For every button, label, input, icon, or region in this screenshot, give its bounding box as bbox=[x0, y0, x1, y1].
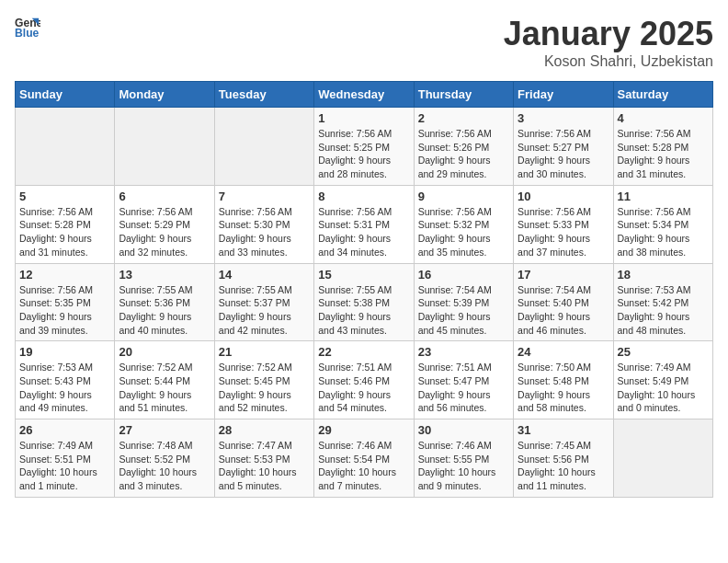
day-info: Sunrise: 7:56 AM Sunset: 5:35 PM Dayligh… bbox=[19, 283, 110, 338]
day-number: 23 bbox=[418, 345, 509, 359]
day-number: 20 bbox=[119, 345, 210, 359]
day-info: Sunrise: 7:56 AM Sunset: 5:25 PM Dayligh… bbox=[318, 127, 409, 181]
day-info: Sunrise: 7:46 AM Sunset: 5:54 PM Dayligh… bbox=[318, 439, 409, 493]
calendar-cell: 25Sunrise: 7:49 AM Sunset: 5:49 PM Dayli… bbox=[613, 341, 712, 419]
calendar-cell: 3Sunrise: 7:56 AM Sunset: 5:27 PM Daylig… bbox=[514, 108, 613, 186]
day-info: Sunrise: 7:53 AM Sunset: 5:42 PM Dayligh… bbox=[618, 283, 709, 338]
day-number: 19 bbox=[19, 345, 110, 359]
weekday-header-wednesday: Wednesday bbox=[314, 82, 414, 108]
calendar-cell: 20Sunrise: 7:52 AM Sunset: 5:44 PM Dayli… bbox=[115, 341, 214, 419]
day-number: 29 bbox=[318, 423, 409, 437]
day-info: Sunrise: 7:51 AM Sunset: 5:47 PM Dayligh… bbox=[418, 361, 509, 415]
calendar-cell: 4Sunrise: 7:56 AM Sunset: 5:28 PM Daylig… bbox=[613, 108, 712, 186]
day-number: 24 bbox=[518, 345, 609, 359]
weekday-header-friday: Friday bbox=[514, 82, 613, 108]
calendar-cell bbox=[613, 419, 712, 498]
day-number: 26 bbox=[19, 423, 110, 437]
calendar-table: SundayMondayTuesdayWednesdayThursdayFrid… bbox=[15, 81, 713, 498]
day-info: Sunrise: 7:48 AM Sunset: 5:52 PM Dayligh… bbox=[119, 439, 210, 493]
day-info: Sunrise: 7:56 AM Sunset: 5:27 PM Dayligh… bbox=[518, 127, 609, 181]
day-info: Sunrise: 7:56 AM Sunset: 5:29 PM Dayligh… bbox=[119, 205, 210, 259]
calendar-cell: 11Sunrise: 7:56 AM Sunset: 5:34 PM Dayli… bbox=[613, 185, 712, 263]
weekday-header-thursday: Thursday bbox=[414, 82, 513, 108]
calendar-cell: 30Sunrise: 7:46 AM Sunset: 5:55 PM Dayli… bbox=[414, 419, 513, 498]
day-info: Sunrise: 7:51 AM Sunset: 5:46 PM Dayligh… bbox=[318, 361, 409, 415]
weekday-header-saturday: Saturday bbox=[613, 82, 712, 108]
day-number: 8 bbox=[318, 190, 409, 203]
day-number: 22 bbox=[318, 345, 409, 359]
week-row-1: 1Sunrise: 7:56 AM Sunset: 5:25 PM Daylig… bbox=[16, 108, 713, 186]
day-number: 7 bbox=[219, 190, 310, 203]
calendar-cell: 10Sunrise: 7:56 AM Sunset: 5:33 PM Dayli… bbox=[514, 185, 613, 263]
logo-icon: General Blue bbox=[15, 15, 40, 40]
calendar-cell: 9Sunrise: 7:56 AM Sunset: 5:32 PM Daylig… bbox=[414, 185, 513, 263]
day-number: 2 bbox=[418, 111, 509, 125]
calendar-cell: 12Sunrise: 7:56 AM Sunset: 5:35 PM Dayli… bbox=[16, 263, 115, 341]
day-info: Sunrise: 7:54 AM Sunset: 5:40 PM Dayligh… bbox=[518, 283, 609, 338]
day-number: 31 bbox=[518, 423, 609, 437]
week-row-3: 12Sunrise: 7:56 AM Sunset: 5:35 PM Dayli… bbox=[16, 263, 713, 341]
day-number: 3 bbox=[518, 111, 609, 125]
day-number: 21 bbox=[219, 345, 310, 359]
weekday-header-tuesday: Tuesday bbox=[214, 82, 313, 108]
week-row-5: 26Sunrise: 7:49 AM Sunset: 5:51 PM Dayli… bbox=[16, 419, 713, 498]
day-info: Sunrise: 7:52 AM Sunset: 5:44 PM Dayligh… bbox=[119, 361, 210, 415]
day-info: Sunrise: 7:49 AM Sunset: 5:51 PM Dayligh… bbox=[19, 439, 110, 493]
day-number: 27 bbox=[119, 423, 210, 437]
day-info: Sunrise: 7:55 AM Sunset: 5:38 PM Dayligh… bbox=[318, 283, 409, 338]
day-info: Sunrise: 7:56 AM Sunset: 5:30 PM Dayligh… bbox=[219, 205, 310, 259]
day-info: Sunrise: 7:56 AM Sunset: 5:28 PM Dayligh… bbox=[19, 205, 110, 259]
day-info: Sunrise: 7:50 AM Sunset: 5:48 PM Dayligh… bbox=[518, 361, 609, 415]
day-number: 12 bbox=[19, 268, 110, 282]
calendar-cell: 14Sunrise: 7:55 AM Sunset: 5:37 PM Dayli… bbox=[214, 263, 313, 341]
day-number: 1 bbox=[318, 111, 409, 125]
day-number: 14 bbox=[219, 268, 310, 282]
calendar-cell: 21Sunrise: 7:52 AM Sunset: 5:45 PM Dayli… bbox=[214, 341, 313, 419]
day-info: Sunrise: 7:56 AM Sunset: 5:26 PM Dayligh… bbox=[418, 127, 509, 181]
calendar-cell: 17Sunrise: 7:54 AM Sunset: 5:40 PM Dayli… bbox=[514, 263, 613, 341]
calendar-cell: 15Sunrise: 7:55 AM Sunset: 5:38 PM Dayli… bbox=[314, 263, 414, 341]
calendar-cell: 24Sunrise: 7:50 AM Sunset: 5:48 PM Dayli… bbox=[514, 341, 613, 419]
calendar-cell: 2Sunrise: 7:56 AM Sunset: 5:26 PM Daylig… bbox=[414, 108, 513, 186]
day-number: 5 bbox=[19, 190, 110, 203]
calendar-cell: 7Sunrise: 7:56 AM Sunset: 5:30 PM Daylig… bbox=[214, 185, 313, 263]
calendar-title: January 2025 bbox=[504, 15, 713, 53]
week-row-4: 19Sunrise: 7:53 AM Sunset: 5:43 PM Dayli… bbox=[16, 341, 713, 419]
day-info: Sunrise: 7:55 AM Sunset: 5:37 PM Dayligh… bbox=[219, 283, 310, 338]
day-info: Sunrise: 7:56 AM Sunset: 5:32 PM Dayligh… bbox=[418, 205, 509, 259]
day-info: Sunrise: 7:56 AM Sunset: 5:33 PM Dayligh… bbox=[518, 205, 609, 259]
day-info: Sunrise: 7:53 AM Sunset: 5:43 PM Dayligh… bbox=[19, 361, 110, 415]
day-number: 11 bbox=[618, 190, 709, 203]
day-number: 16 bbox=[418, 268, 509, 282]
day-number: 6 bbox=[119, 190, 210, 203]
calendar-cell: 5Sunrise: 7:56 AM Sunset: 5:28 PM Daylig… bbox=[16, 185, 115, 263]
calendar-cell: 22Sunrise: 7:51 AM Sunset: 5:46 PM Dayli… bbox=[314, 341, 414, 419]
day-info: Sunrise: 7:54 AM Sunset: 5:39 PM Dayligh… bbox=[418, 283, 509, 338]
calendar-cell: 23Sunrise: 7:51 AM Sunset: 5:47 PM Dayli… bbox=[414, 341, 513, 419]
day-info: Sunrise: 7:45 AM Sunset: 5:56 PM Dayligh… bbox=[518, 439, 609, 493]
calendar-subtitle: Koson Shahri, Uzbekistan bbox=[504, 53, 713, 70]
calendar-cell: 19Sunrise: 7:53 AM Sunset: 5:43 PM Dayli… bbox=[16, 341, 115, 419]
calendar-cell: 31Sunrise: 7:45 AM Sunset: 5:56 PM Dayli… bbox=[514, 419, 613, 498]
calendar-cell: 13Sunrise: 7:55 AM Sunset: 5:36 PM Dayli… bbox=[115, 263, 214, 341]
day-number: 9 bbox=[418, 190, 509, 203]
calendar-cell: 16Sunrise: 7:54 AM Sunset: 5:39 PM Dayli… bbox=[414, 263, 513, 341]
page-header: General Blue January 2025 Koson Shahri, … bbox=[15, 15, 713, 70]
day-info: Sunrise: 7:52 AM Sunset: 5:45 PM Dayligh… bbox=[219, 361, 310, 415]
day-number: 4 bbox=[618, 111, 709, 125]
weekday-header-row: SundayMondayTuesdayWednesdayThursdayFrid… bbox=[16, 82, 713, 108]
calendar-cell bbox=[214, 108, 313, 186]
day-info: Sunrise: 7:56 AM Sunset: 5:28 PM Dayligh… bbox=[618, 127, 709, 181]
week-row-2: 5Sunrise: 7:56 AM Sunset: 5:28 PM Daylig… bbox=[16, 185, 713, 263]
calendar-cell bbox=[115, 108, 214, 186]
day-info: Sunrise: 7:49 AM Sunset: 5:49 PM Dayligh… bbox=[618, 361, 709, 415]
day-info: Sunrise: 7:56 AM Sunset: 5:31 PM Dayligh… bbox=[318, 205, 409, 259]
calendar-cell: 18Sunrise: 7:53 AM Sunset: 5:42 PM Dayli… bbox=[613, 263, 712, 341]
calendar-cell: 6Sunrise: 7:56 AM Sunset: 5:29 PM Daylig… bbox=[115, 185, 214, 263]
weekday-header-monday: Monday bbox=[115, 82, 214, 108]
day-number: 10 bbox=[518, 190, 609, 203]
calendar-cell: 28Sunrise: 7:47 AM Sunset: 5:53 PM Dayli… bbox=[214, 419, 313, 498]
calendar-cell: 8Sunrise: 7:56 AM Sunset: 5:31 PM Daylig… bbox=[314, 185, 414, 263]
title-area: January 2025 Koson Shahri, Uzbekistan bbox=[504, 15, 713, 70]
day-number: 30 bbox=[418, 423, 509, 437]
